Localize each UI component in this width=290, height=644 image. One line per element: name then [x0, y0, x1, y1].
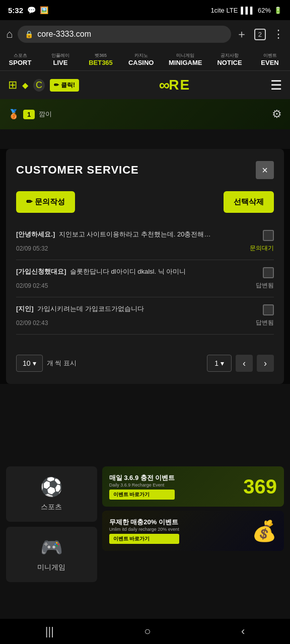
inquiry-text: [가입신청했대요] 슬롯한답니다 dl아이디 dkalsl. 닉 아미니	[16, 267, 259, 276]
inquiry-body-1: 슬롯한답니다 dl아이디 dkalsl. 닉 아미니	[70, 268, 186, 275]
add-tab-icon[interactable]: ＋	[236, 27, 247, 42]
hamburger-icon[interactable]: ☰	[270, 77, 282, 93]
grid-icon[interactable]: ⊞	[8, 78, 17, 92]
banner-369-number: 369	[243, 475, 277, 498]
banner-20pct-icon: 💰	[252, 519, 277, 543]
banner-369-subtitle: Daily 3.6.9 Recharge Event	[109, 482, 175, 488]
tab-count[interactable]: 2	[254, 29, 266, 40]
battery-label: 62%	[258, 7, 271, 14]
banner-20percent[interactable]: 무제한 매충20% 이벤트 Unlim itd daily recharge 2…	[102, 511, 284, 551]
medal-icon: 🥉	[8, 109, 19, 120]
inquiry-checkbox-1[interactable]	[263, 267, 274, 278]
next-page-button[interactable]: ›	[257, 355, 274, 372]
inquiry-status-1: 답변됨	[256, 281, 274, 290]
inquiry-meta-0: 02/09 05:32 문의대기	[16, 244, 274, 253]
page-chevron-icon: ▾	[221, 359, 224, 367]
inquiry-checkbox-0[interactable]	[263, 230, 274, 241]
signal-icon: ▌▌▌	[241, 7, 255, 14]
write-inquiry-button[interactable]: ✏ 문의작성	[16, 191, 75, 213]
sports-card[interactable]: ⚽ 스포츠	[6, 466, 97, 522]
banner-20pct-button[interactable]: 이벤트 바로가기	[109, 534, 179, 544]
nav-bet365[interactable]: 벳365 BET365	[81, 48, 121, 70]
left-cards: ⚽ 스포츠 🎮 미니게임	[6, 466, 97, 582]
more-icon[interactable]: ⋮	[273, 28, 284, 41]
page-select[interactable]: 1 ▾	[207, 355, 232, 372]
inquiry-checkbox-2[interactable]	[263, 304, 274, 315]
status-right: 1cite LTE ▌▌▌ 62% 🔋	[210, 7, 282, 14]
nav-event[interactable]: 이벤트 EVEN	[250, 48, 290, 70]
url-box[interactable]: 🔒 core-3333.com	[18, 26, 231, 43]
inquiry-body-2: 가입시키려는데 가입코드가없습니다	[37, 305, 144, 312]
inquiry-meta-1: 02/09 02:45 답변됨	[16, 281, 274, 290]
android-back-button[interactable]: ‹	[241, 625, 245, 638]
browser-bar: ⌂ 🔒 core-3333.com ＋ 2 ⋮	[0, 20, 290, 48]
bottom-content: ⚽ 스포츠 🎮 미니게임 매일 3.6.9 충전 이벤트 Daily 3.6.9…	[0, 466, 290, 588]
banner-369-title: 매일 3.6.9 충전 이벤트	[109, 473, 175, 482]
nav-live[interactable]: 인플레이 LIVE	[40, 48, 81, 70]
modal-header: CUSTOMER SERVICE ×	[16, 161, 274, 179]
sports-label: 스포츠	[41, 503, 62, 512]
nav-casino[interactable]: 카지노 CASINO	[121, 48, 161, 70]
inquiry-date-1: 02/09 02:45	[16, 282, 48, 289]
status-bar: 5:32 💬 🖼️ 1cite LTE ▌▌▌ 62% 🔋	[0, 0, 290, 20]
banner-area: 🥉 1 깜이 ⚙	[0, 99, 290, 129]
inquiry-top: [지인] 가입시키려는데 가입코드가없습니다	[16, 304, 274, 315]
inquiry-top: [가입신청했대요] 슬롯한답니다 dl아이디 dkalsl. 닉 아미니	[16, 267, 274, 278]
inquiry-status-0: 문의대기	[250, 244, 274, 253]
browser-actions: ＋ 2 ⋮	[236, 27, 284, 42]
pagination-row: 10 ▾ 개 씩 표시 1 ▾ ‹ ›	[16, 347, 274, 372]
bottom-grid: ⚽ 스포츠 🎮 미니게임 매일 3.6.9 충전 이벤트 Daily 3.6.9…	[0, 466, 290, 588]
inquiry-top: [안녕하세요.] 지인보고 사이트이용하라고 추천했는데. 20충전해…	[16, 230, 274, 241]
rank-badge: 1	[23, 110, 35, 119]
inquiry-tag-2: [지인]	[16, 305, 34, 312]
inquiry-date-2: 02/09 02:43	[16, 319, 48, 327]
site-logo[interactable]: ∞ RE	[159, 76, 190, 94]
banner-369-text-col: 매일 3.6.9 충전 이벤트 Daily 3.6.9 Recharge Eve…	[109, 473, 175, 500]
inquiry-item: [지인] 가입시키려는데 가입코드가없습니다 02/09 02:43 답변됨	[16, 297, 274, 335]
nav-minigame[interactable]: 미니게임 MINIGAME	[161, 48, 209, 70]
banner-369[interactable]: 매일 3.6.9 충전 이벤트 Daily 3.6.9 Recharge Eve…	[102, 466, 284, 507]
delete-selected-button[interactable]: 선택삭제	[224, 191, 274, 213]
diamond-icon: ◆	[22, 80, 28, 90]
banner-20pct-text-col: 무제한 매충20% 이벤트 Unlim itd daily recharge 2…	[109, 518, 179, 544]
chevron-down-icon: ▾	[33, 359, 36, 367]
prev-page-button[interactable]: ‹	[236, 355, 253, 372]
modal-overlay: CUSTOMER SERVICE × ✏ 문의작성 선택삭제 [안녕하세요.] …	[0, 149, 290, 384]
inquiry-text: [안녕하세요.] 지인보고 사이트이용하라고 추천했는데. 20충전해…	[16, 230, 259, 239]
minigame-card[interactable]: 🎮 미니게임	[6, 527, 97, 582]
home-icon[interactable]: ⌂	[6, 28, 13, 41]
inquiry-body-0: 지인보고 사이트이용하라고 추천했는데. 20충전해…	[59, 230, 211, 238]
modal-close-button[interactable]: ×	[256, 161, 274, 179]
logo-re: RE	[169, 77, 190, 93]
current-page: 1	[214, 359, 219, 367]
click-button[interactable]: ✏ 클릭!	[50, 79, 79, 92]
nav-notice[interactable]: 공지사항 NOTICE	[209, 48, 250, 70]
site-header: ⊞ ◆ C ✏ 클릭! ∞ RE ☰	[0, 71, 290, 99]
per-page-select[interactable]: 10 ▾	[16, 355, 43, 372]
nav-sport[interactable]: 스포츠 SPORT	[0, 48, 40, 70]
header-left: ⊞ ◆ C ✏ 클릭!	[8, 78, 79, 92]
nav-menu: 스포츠 SPORT 인플레이 LIVE 벳365 BET365 카지노 CASI…	[0, 48, 290, 71]
modal-title: CUSTOMER SERVICE	[16, 164, 139, 177]
banner-20pct-title: 무제한 매충20% 이벤트	[109, 518, 179, 527]
android-home-button[interactable]: ○	[144, 625, 151, 638]
status-left: 5:32 💬 🖼️	[8, 6, 48, 15]
c-icon: C	[33, 79, 45, 92]
sports-icon: ⚽	[40, 476, 63, 498]
right-banners: 매일 3.6.9 충전 이벤트 Daily 3.6.9 Recharge Eve…	[102, 466, 284, 582]
gamepad-icon: 🎮	[40, 537, 63, 558]
android-menu-button[interactable]: |||	[45, 625, 54, 638]
inquiry-item: [가입신청했대요] 슬롯한답니다 dl아이디 dkalsl. 닉 아미니 02/…	[16, 260, 274, 297]
inquiry-list: [안녕하세요.] 지인보고 사이트이용하라고 추천했는데. 20충전해… 02/…	[16, 223, 274, 335]
action-row: ✏ 문의작성 선택삭제	[16, 191, 274, 213]
battery-icon: 🔋	[274, 7, 282, 14]
customer-service-modal: CUSTOMER SERVICE × ✏ 문의작성 선택삭제 [안녕하세요.] …	[6, 149, 284, 384]
inquiry-item: [안녕하세요.] 지인보고 사이트이용하라고 추천했는데. 20충전해… 02/…	[16, 223, 274, 260]
inquiry-status-2: 답변됨	[256, 318, 274, 327]
gallery-icon: 🖼️	[40, 6, 48, 14]
banner-369-button[interactable]: 이벤트 바로가기	[109, 490, 175, 500]
status-time: 5:32	[8, 6, 23, 15]
android-nav: ||| ○ ‹	[0, 619, 290, 644]
settings-icon[interactable]: ⚙	[272, 108, 282, 121]
carrier-label: 1cite LTE	[210, 7, 238, 14]
